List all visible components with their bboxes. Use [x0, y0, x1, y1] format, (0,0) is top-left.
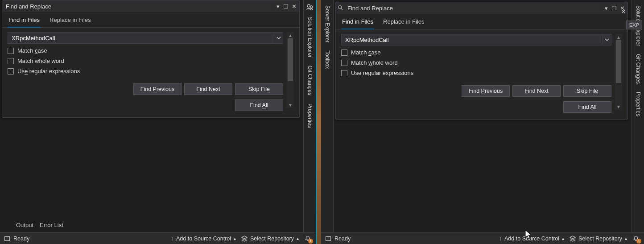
left-side-tab-strip: Server Explorer Toolbox	[321, 0, 334, 232]
win-close[interactable]: ✕	[290, 3, 297, 10]
match-case-label: Match case	[17, 47, 47, 54]
chevron-up-icon: ▴	[562, 236, 564, 241]
status-repo-label: Select Repository	[250, 236, 294, 242]
win-more[interactable]: ▾	[603, 4, 610, 12]
find-next-button[interactable]: Find Next	[184, 83, 232, 95]
find-previous-button[interactable]: Find Previous	[133, 83, 182, 95]
titlebar-drag[interactable]	[55, 4, 270, 8]
panel-tabs: Find in Files Replace in Files	[2, 12, 299, 28]
chevron-up-icon: ▴	[625, 236, 627, 241]
panel-titlebar[interactable]: Find and Replace ▾ ☐ ✕	[2, 0, 299, 12]
exp-badge[interactable]: EXP	[626, 21, 642, 29]
vs-window-left: Find and Replace ▾ ☐ ✕ Find in Files Rep…	[0, 0, 317, 244]
notif-count: 1	[308, 239, 313, 244]
match-case-checkbox[interactable]	[341, 50, 347, 56]
scroll-up[interactable]: ▲	[615, 34, 622, 40]
whole-word-checkbox[interactable]	[8, 58, 14, 64]
panel-scrollbar[interactable]: ▲ ▼	[615, 34, 622, 110]
push-icon: ↑	[171, 236, 173, 242]
scroll-thumb[interactable]	[288, 38, 293, 81]
whole-word-label: Match whole word	[17, 58, 64, 64]
status-state-icon	[4, 236, 10, 241]
scroll-up[interactable]: ▲	[287, 32, 294, 38]
regex-label: Use regular expressions	[17, 68, 80, 74]
status-source-control-label: Add to Source Control	[504, 236, 559, 242]
whole-word-row[interactable]: Match whole word	[8, 58, 283, 64]
win-max[interactable]: ☐	[611, 4, 618, 12]
regex-checkbox[interactable]	[8, 68, 14, 74]
side-tab-git-changes[interactable]: Git Changes	[305, 62, 315, 99]
status-bar: Ready ↑ Add to Source Control ▴ Select R…	[0, 232, 316, 244]
bottom-tab-bar: Output Error List	[0, 219, 303, 232]
regex-label: Use regular expressions	[351, 70, 413, 76]
side-tab-git-changes[interactable]: Git Changes	[633, 50, 643, 87]
scroll-down[interactable]: ▼	[287, 102, 294, 108]
vs-window-right: Server Explorer Toolbox Find and Replace…	[321, 0, 644, 244]
chevron-up-icon: ▴	[234, 236, 236, 241]
find-replace-panel: Find and Replace ▾ ☐ ✕ Find in Files Rep…	[2, 0, 300, 118]
tab-error-list[interactable]: Error List	[40, 222, 63, 230]
tab-replace-in-files[interactable]: Replace in Files	[49, 15, 92, 27]
search-input[interactable]	[8, 32, 274, 44]
find-next-button[interactable]: Find Next	[512, 85, 561, 97]
panel-scrollbar[interactable]: ▲ ▼	[287, 32, 294, 108]
whole-word-checkbox[interactable]	[341, 60, 347, 66]
status-ready: Ready	[334, 236, 351, 242]
tab-find-in-files[interactable]: Find in Files	[8, 15, 41, 28]
find-previous-button[interactable]: Find Previous	[462, 85, 510, 97]
side-tab-solution-explorer[interactable]: Solution Explorer	[305, 13, 315, 61]
tab-output[interactable]: Output	[16, 222, 33, 230]
window-close[interactable]: ✕	[618, 6, 629, 17]
whole-word-label: Match whole word	[351, 59, 398, 66]
status-source-control-label: Add to Source Control	[176, 236, 231, 242]
status-repo[interactable]: Select Repository ▴	[570, 236, 627, 242]
side-tab-server-explorer[interactable]: Server Explorer	[322, 2, 332, 46]
status-repo[interactable]: Select Repository ▴	[241, 236, 299, 242]
notifications-button[interactable]: 1	[632, 235, 640, 242]
match-case-row[interactable]: Match case	[8, 47, 283, 54]
regex-checkbox[interactable]	[341, 70, 347, 76]
desktop-gap	[317, 0, 321, 244]
win-more[interactable]: ▾	[274, 3, 281, 10]
skip-file-button[interactable]: Skip File	[235, 83, 283, 95]
repository-icon	[570, 236, 576, 242]
side-tab-strip: Solution Explorer Git Changes Properties	[632, 0, 644, 232]
status-source-control[interactable]: ↑ Add to Source Control ▴	[171, 236, 236, 242]
regex-row[interactable]: Use regular expressions	[8, 68, 283, 74]
side-tab-strip: Solution Explorer Git Changes Properties	[303, 0, 316, 232]
panel-titlebar[interactable]: Find and Replace ▾ ☐ ✕	[336, 2, 627, 14]
win-max[interactable]: ☐	[282, 3, 289, 10]
search-history-dropdown[interactable]	[274, 32, 283, 44]
panel-tabs: Find in Files Replace in Files	[336, 14, 627, 29]
side-tab-properties[interactable]: Properties	[305, 100, 315, 132]
titlebar-drag[interactable]	[396, 6, 598, 10]
find-replace-panel: Find and Replace ▾ ☐ ✕ Find in Files Rep…	[335, 2, 628, 120]
notif-count: 1	[636, 239, 641, 244]
skip-file-button[interactable]: Skip File	[563, 85, 611, 97]
panel-title: Find and Replace	[346, 5, 393, 12]
find-all-button[interactable]: Find All	[235, 99, 283, 111]
search-history-dropdown[interactable]	[603, 34, 611, 45]
side-tab-toolbox[interactable]: Toolbox	[322, 47, 332, 72]
status-ready: Ready	[13, 236, 29, 242]
notifications-button[interactable]: 1	[304, 235, 311, 242]
scroll-down[interactable]: ▼	[615, 103, 622, 110]
status-bar: Ready ↑ Add to Source Control ▴ Select R…	[321, 232, 644, 244]
find-all-button[interactable]: Find All	[563, 101, 611, 113]
scroll-thumb[interactable]	[616, 40, 621, 83]
chevron-down-icon	[605, 37, 609, 42]
live-share-icon[interactable]	[304, 2, 316, 12]
match-case-row[interactable]: Match case	[341, 49, 611, 56]
tab-find-in-files[interactable]: Find in Files	[341, 17, 374, 29]
match-case-checkbox[interactable]	[8, 48, 14, 54]
status-repo-label: Select Repository	[578, 236, 622, 242]
chevron-down-icon	[277, 36, 281, 40]
tab-replace-in-files[interactable]: Replace in Files	[382, 17, 425, 29]
chevron-up-icon: ▴	[297, 236, 299, 241]
regex-row[interactable]: Use regular expressions	[341, 70, 611, 76]
status-source-control[interactable]: ↑ Add to Source Control ▴	[499, 236, 564, 242]
whole-word-row[interactable]: Match whole word	[341, 59, 611, 66]
side-tab-properties[interactable]: Properties	[633, 88, 643, 120]
status-state-icon	[326, 236, 331, 241]
search-input[interactable]	[341, 34, 603, 45]
